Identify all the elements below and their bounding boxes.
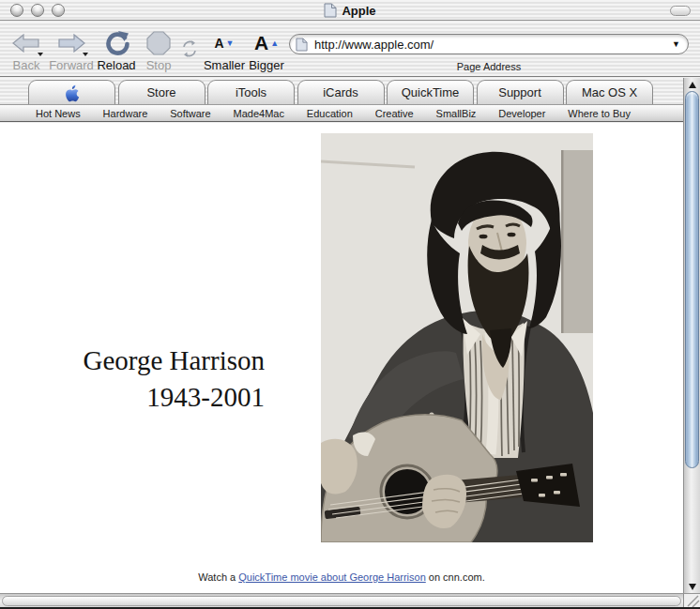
smaller-text-button[interactable]: A ▼ Smaller [201, 29, 248, 76]
subnav-developer[interactable]: Developer [498, 108, 545, 119]
stop-label: Stop [146, 58, 172, 72]
tab-store-label: Store [146, 85, 175, 99]
title-bar: Apple [0, 0, 700, 21]
subnav-education[interactable]: Education [307, 108, 353, 119]
address-input[interactable] [312, 37, 672, 53]
footer-suffix: on cnn.com. [426, 571, 485, 583]
tab-macosx[interactable]: Mac OS X [566, 80, 653, 104]
favorites-tab-bar: Store iTools iCards QuickTime Support Ma… [0, 78, 683, 105]
page-content: George Harrison 1943-2001 [0, 123, 683, 593]
tab-support[interactable]: Support [477, 80, 564, 104]
reload-icon [102, 30, 130, 56]
bigger-letter: A [254, 32, 268, 54]
window-title: Apple [342, 4, 375, 18]
subnav-creative[interactable]: Creative [375, 108, 414, 119]
forward-arrow-icon [56, 34, 86, 53]
smaller-letter: A [214, 36, 223, 51]
scroll-up-icon [689, 82, 696, 88]
window-resize-grip[interactable] [683, 593, 700, 607]
horizontal-scroll-thumb[interactable] [2, 596, 681, 606]
subnav-made4mac[interactable]: Made4Mac [234, 108, 284, 119]
stop-button[interactable]: Stop [139, 29, 178, 76]
bigger-arrow-icon: ▲ [270, 39, 279, 48]
tab-quicktime[interactable]: QuickTime [387, 80, 474, 104]
address-dropdown-icon[interactable]: ▼ [672, 39, 680, 49]
tab-icards-label: iCards [323, 85, 358, 99]
memorial-headline: George Harrison 1943-2001 [0, 343, 265, 415]
quicktime-movie-link[interactable]: QuickTime movie about George Harrison [238, 571, 426, 583]
page-address-label: Page Address [289, 61, 689, 72]
scroll-up-button[interactable] [684, 78, 700, 91]
headline-years: 1943-2001 [0, 379, 265, 416]
smaller-label: Smaller [204, 58, 245, 72]
subnav-software[interactable]: Software [170, 108, 210, 119]
bigger-text-button[interactable]: A ▲ Bigger [246, 29, 287, 76]
subnav-hardware[interactable]: Hardware [103, 108, 148, 119]
forward-label: Forward [49, 58, 94, 72]
browser-window: Apple Back Forward [0, 0, 700, 609]
tab-itools[interactable]: iTools [207, 80, 295, 104]
reload-label: Reload [97, 58, 135, 72]
tab-macosx-label: Mac OS X [582, 85, 637, 99]
vertical-scrollbar[interactable] [683, 78, 700, 593]
address-bar[interactable]: ▼ [289, 34, 689, 54]
tab-quicktime-label: QuickTime [402, 85, 460, 99]
sub-navigation: Hot News Hardware Software Made4Mac Educ… [0, 105, 683, 122]
tab-itools-label: iTools [236, 85, 266, 99]
horizontal-scrollbar[interactable] [0, 593, 683, 607]
reload-button[interactable]: Reload [96, 29, 137, 76]
subnav-smallbiz[interactable]: SmallBiz [436, 108, 477, 119]
tab-icards[interactable]: iCards [297, 80, 385, 104]
back-button[interactable]: Back [6, 29, 47, 76]
forward-button[interactable]: Forward [47, 29, 96, 76]
activity-indicator [178, 35, 201, 63]
george-harrison-photo [321, 133, 593, 542]
page-icon [324, 3, 337, 18]
scroll-down-button[interactable] [684, 580, 700, 593]
smaller-arrow-icon: ▼ [226, 39, 235, 48]
forward-menu-caret-icon [83, 53, 88, 56]
tab-support-label: Support [498, 85, 541, 99]
tab-store[interactable]: Store [118, 80, 205, 104]
headline-name: George Harrison [0, 343, 265, 379]
tab-apple-home[interactable] [28, 80, 115, 104]
scroll-down-icon [689, 584, 696, 590]
stop-octagon-icon [146, 31, 171, 55]
address-page-icon [296, 38, 308, 52]
toolbar-collapse-button[interactable] [670, 6, 691, 16]
subnav-hot-news[interactable]: Hot News [36, 108, 81, 119]
footer-prefix: Watch a [198, 571, 238, 583]
toolbar: Back Forward Reload [0, 22, 700, 77]
subnav-where-to-buy[interactable]: Where to Buy [568, 108, 631, 119]
apple-logo-icon [63, 83, 82, 103]
resize-grip-icon [684, 594, 700, 608]
back-menu-caret-icon [38, 53, 43, 56]
footer-note: Watch a QuickTime movie about George Har… [0, 571, 683, 583]
sync-arrows-icon [180, 39, 199, 58]
back-label: Back [13, 58, 40, 72]
vertical-scroll-thumb[interactable] [685, 91, 699, 468]
bigger-label: Bigger [249, 58, 284, 72]
window-title-group: Apple [0, 0, 700, 21]
back-arrow-icon [11, 34, 41, 53]
